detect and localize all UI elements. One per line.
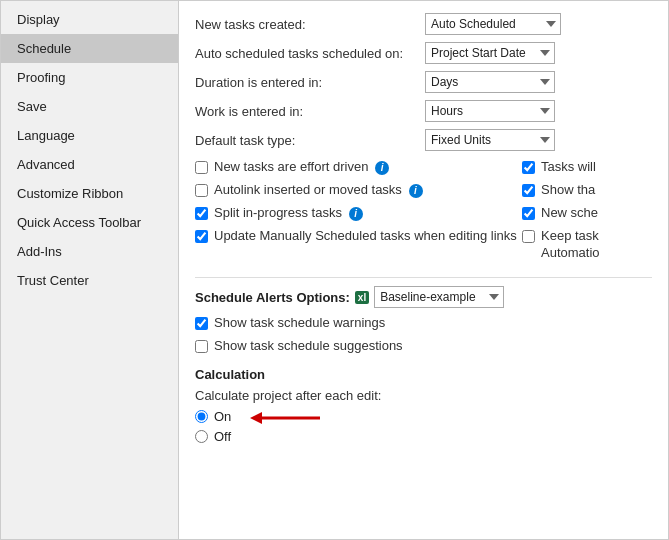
new-tasks-label: New tasks created: [195,17,425,32]
sidebar-item-schedule[interactable]: Schedule [1,34,178,63]
calc-label: Calculate project after each edit: [195,388,652,403]
checkbox-tasks-will: Tasks will [522,159,652,176]
new-sche-checkbox[interactable] [522,207,535,220]
checkbox-keep-task: Keep task Automatio [522,228,652,262]
alerts-header: Schedule Alerts Options: xl Baseline-exa… [195,286,652,308]
main-content: New tasks created: Auto Scheduled Manual… [179,1,668,539]
checkboxes-right: Tasks will Show tha New sche Keep task A… [522,159,652,267]
auto-scheduled-row: Auto scheduled tasks scheduled on: Proje… [195,42,652,64]
tasks-will-checkbox[interactable] [522,161,535,174]
sidebar-item-quick-access[interactable]: Quick Access Toolbar [1,208,178,237]
keep-task-checkbox[interactable] [522,230,535,243]
task-type-select[interactable]: Fixed Units Fixed Duration Fixed Work [425,129,555,151]
baseline-select[interactable]: Baseline-example [374,286,504,308]
excel-icon: xl [355,291,369,304]
schedule-alerts-section: Schedule Alerts Options: xl Baseline-exa… [195,277,652,355]
effort-driven-checkbox[interactable] [195,161,208,174]
sidebar-item-trust-center[interactable]: Trust Center [1,266,178,295]
sidebar-item-customize-ribbon[interactable]: Customize Ribbon [1,179,178,208]
work-control: Hours Days Minutes [425,100,555,122]
svg-marker-1 [250,412,262,424]
info-icon-autolink: i [409,184,423,198]
info-icon-split: i [349,207,363,221]
checkboxes-section: New tasks are effort driven i Autolink i… [195,159,652,267]
auto-scheduled-control: Project Start Date Current Date [425,42,555,64]
alerts-header-label: Schedule Alerts Options: [195,290,350,305]
red-arrow [250,407,320,429]
new-tasks-row: New tasks created: Auto Scheduled Manual… [195,13,652,35]
duration-control: Days Hours Minutes Weeks [425,71,555,93]
sidebar-item-language[interactable]: Language [1,121,178,150]
update-manually-checkbox[interactable] [195,230,208,243]
duration-select[interactable]: Days Hours Minutes Weeks [425,71,555,93]
sidebar: Display Schedule Proofing Save Language … [1,1,179,539]
checkbox-effort-driven: New tasks are effort driven i [195,159,522,176]
radio-off-row: Off [195,429,231,444]
checkbox-split-inprogress: Split in-progress tasks i [195,205,522,222]
work-label: Work is entered in: [195,104,425,119]
split-inprogress-checkbox[interactable] [195,207,208,220]
sidebar-item-display[interactable]: Display [1,5,178,34]
calc-on-radio[interactable] [195,410,208,423]
work-row: Work is entered in: Hours Days Minutes [195,100,652,122]
sidebar-item-advanced[interactable]: Advanced [1,150,178,179]
new-tasks-select[interactable]: Auto Scheduled Manually Scheduled [425,13,561,35]
info-icon-effort: i [375,161,389,175]
duration-label: Duration is entered in: [195,75,425,90]
task-type-control: Fixed Units Fixed Duration Fixed Work [425,129,555,151]
radio-on-row: On [195,409,231,424]
checkbox-new-sche: New sche [522,205,652,222]
autolink-checkbox[interactable] [195,184,208,197]
sidebar-item-proofing[interactable]: Proofing [1,63,178,92]
show-warnings-checkbox[interactable] [195,317,208,330]
duration-row: Duration is entered in: Days Hours Minut… [195,71,652,93]
task-type-row: Default task type: Fixed Units Fixed Dur… [195,129,652,151]
calculation-section: Calculation Calculate project after each… [195,367,652,449]
checkboxes-left: New tasks are effort driven i Autolink i… [195,159,522,267]
checkbox-show-that: Show tha [522,182,652,199]
show-that-checkbox[interactable] [522,184,535,197]
checkbox-autolink: Autolink inserted or moved tasks i [195,182,522,199]
show-suggestions-checkbox[interactable] [195,340,208,353]
calc-off-radio[interactable] [195,430,208,443]
new-tasks-control: Auto Scheduled Manually Scheduled [425,13,561,35]
checkbox-show-warnings: Show task schedule warnings [195,315,652,332]
work-select[interactable]: Hours Days Minutes [425,100,555,122]
sidebar-item-save[interactable]: Save [1,92,178,121]
checkbox-show-suggestions: Show task schedule suggestions [195,338,652,355]
calculation-title: Calculation [195,367,652,382]
task-type-label: Default task type: [195,133,425,148]
auto-scheduled-label: Auto scheduled tasks scheduled on: [195,46,425,61]
checkbox-update-manually: Update Manually Scheduled tasks when edi… [195,228,522,245]
sidebar-item-addins[interactable]: Add-Ins [1,237,178,266]
auto-scheduled-select[interactable]: Project Start Date Current Date [425,42,555,64]
